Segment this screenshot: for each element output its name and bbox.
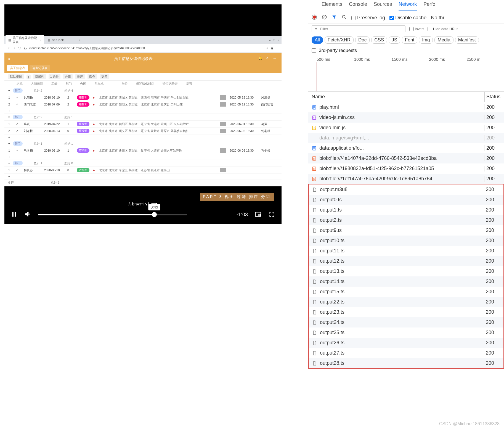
win-max-button[interactable]: □ (272, 38, 276, 42)
toolbar-item[interactable]: 默认视图 (8, 74, 24, 79)
column-header[interactable]: 最近请假时间 (136, 82, 154, 86)
type-filter-manifest[interactable]: Manifest (455, 36, 479, 44)
notify-icon[interactable]: 🔔 (258, 56, 263, 61)
request-row[interactable]: play.html200 (308, 102, 504, 112)
toolbar-item[interactable]: | (26, 75, 31, 79)
request-row[interactable]: output24.ts200 (309, 317, 503, 327)
devtools-tab-elements[interactable]: Elements (322, 1, 342, 10)
table-row[interactable]: 2✓刘老根2020-04-130研发部▸北京市 北京市 顺义区 某街道 辽宁省 … (4, 128, 282, 134)
type-filter-media[interactable]: Media (434, 36, 453, 44)
back-icon[interactable] (7, 46, 10, 50)
invert-toggle[interactable]: Invert (409, 27, 424, 31)
pause-button[interactable] (10, 211, 18, 219)
request-row[interactable]: data:image/svg+xml;...200 (308, 133, 504, 143)
new-tab-button[interactable]: + (84, 38, 90, 42)
request-row[interactable]: output10.ts200 (309, 236, 503, 246)
column-header[interactable]: 名称 (17, 82, 23, 86)
hdr-name[interactable]: Name (308, 92, 485, 102)
add-row-button[interactable]: + (4, 108, 282, 114)
toolbar-item[interactable]: 颜色 (87, 74, 97, 79)
hide-urls-toggle[interactable]: Hide data URLs (428, 27, 458, 31)
filter-icon[interactable] (331, 14, 337, 21)
record-button[interactable] (312, 14, 317, 21)
volume-button[interactable] (24, 211, 31, 219)
group-header[interactable]: ▾部门总计 2起始 4 (4, 87, 282, 94)
type-filter-img[interactable]: Img (419, 36, 433, 44)
preserve-log-toggle[interactable]: Preserve log (351, 15, 385, 21)
request-row[interactable]: output27.ts200 (309, 348, 503, 358)
menu-hamburger-icon[interactable]: ≡ (8, 57, 10, 61)
star-icon[interactable]: ☆ (266, 46, 269, 50)
filter-input[interactable]: Filter (312, 25, 405, 32)
type-filter-all[interactable]: All (312, 36, 323, 44)
disable-cache-toggle[interactable]: Disable cache (389, 15, 426, 21)
column-header[interactable]: 学位 (122, 82, 128, 86)
devtools-tab-network[interactable]: Network (399, 1, 417, 10)
progress-handle[interactable] (152, 212, 157, 217)
request-row[interactable]: output11.ts200 (309, 246, 503, 256)
column-header[interactable]: 入职日期 (31, 82, 43, 86)
column-header[interactable]: 是否 (186, 82, 192, 86)
toolbar-item[interactable]: 更多 (100, 74, 109, 79)
forward-icon[interactable] (13, 46, 16, 50)
request-row[interactable]: output.m3u8200 (309, 184, 503, 195)
column-header[interactable]: 请假记录表 (163, 82, 178, 86)
menu-icon[interactable]: ⋮ (276, 46, 279, 50)
clear-button[interactable] (322, 14, 327, 21)
table-row[interactable]: 1✓马冬梅2019-05-101市场部▸北京市 北京市 通州区 某街道 辽宁省 … (4, 147, 282, 154)
devtools-tab-perfo[interactable]: Perfo (423, 1, 435, 10)
request-row[interactable]: output15.ts200 (309, 287, 503, 297)
win-close-button[interactable]: × (277, 38, 280, 42)
request-row[interactable]: output12.ts200 (309, 256, 503, 266)
toolbar-item[interactable]: 分组 (63, 74, 73, 79)
request-row[interactable]: output1.ts200 (309, 205, 503, 215)
request-row[interactable]: {}blob:file:///1980822a-fd51-4f25-962c-b… (308, 163, 504, 174)
address-bar-url[interactable]: cloud.seatable.cn/workspace/1541/dtable/… (29, 46, 264, 50)
column-header[interactable]: – (112, 82, 113, 86)
sheet-tab[interactable]: 请假记录表 (30, 65, 50, 71)
hdr-status[interactable]: Status (485, 92, 504, 102)
devtools-tab-sources[interactable]: Sources (374, 1, 392, 10)
group-header[interactable]: ▾部门总计 1起始 1 (4, 140, 282, 147)
column-header[interactable]: 部门 (66, 82, 72, 86)
column-header[interactable]: 合同 (80, 82, 86, 86)
search-icon[interactable] (341, 14, 347, 21)
request-row[interactable]: output0.ts200 (309, 195, 503, 205)
table-row[interactable]: 1✓风清扬2018-05-102销售部▸北京市 北京市 西城区 某街道 陕西省 … (4, 94, 282, 101)
request-row[interactable]: {}blob:file:///1ef147af-76ba-420f-9c0c-1… (308, 174, 504, 184)
fullscreen-button[interactable] (268, 211, 275, 219)
type-filter-font[interactable]: Font (402, 36, 417, 44)
more-icon[interactable]: ⋯ (273, 56, 278, 61)
timeline[interactable]: 500 ms1000 ms1500 ms2000 ms2500 m (308, 56, 504, 92)
add-row-button[interactable]: + (4, 154, 282, 160)
type-filter-js[interactable]: JS (389, 36, 400, 44)
table-row[interactable]: 1✓葛岚2019-04-221研发部▸北京市 北京市 朝阳区 某街道 辽宁省 大… (4, 121, 282, 128)
add-row-button[interactable]: + (4, 134, 282, 140)
devtools-tab-console[interactable]: Console (349, 1, 367, 10)
type-filter-doc[interactable]: Doc (355, 36, 370, 44)
request-row[interactable]: video-js.min.css200 (308, 112, 504, 123)
group-header[interactable]: ▾部门总计 1起始 0 (4, 160, 282, 167)
add-row-button[interactable]: + (4, 174, 282, 179)
reload-icon[interactable] (18, 46, 22, 50)
thirdparty-toggle[interactable] (312, 48, 316, 53)
request-row[interactable]: output22.ts200 (309, 297, 503, 307)
toolbar-item[interactable]: 隐藏列 (33, 74, 46, 79)
type-filter-fetch-xhr[interactable]: Fetch/XHR (325, 36, 354, 44)
sheet-tab[interactable]: 员工信息表 (7, 65, 28, 71)
throttle-select[interactable]: No thr (431, 15, 444, 21)
request-row[interactable]: output26.ts200 (309, 338, 503, 348)
request-row[interactable]: data:application/fo...200 (308, 143, 504, 153)
group-header[interactable]: ▾部门总计 2起始 1 (4, 114, 282, 121)
table-row[interactable]: 2✓西门吹雪2018-07-092销售部▸北京市 北京市 朝阳区 某街道 北京市… (4, 101, 282, 108)
profile-icon[interactable]: ◉ (271, 46, 274, 50)
request-row[interactable]: output2.ts200 (309, 215, 503, 225)
toolbar-item[interactable]: 排序 (75, 74, 85, 79)
request-row[interactable]: output13.ts200 (309, 266, 503, 276)
column-header[interactable]: 所在地 (94, 82, 104, 86)
toolbar-item[interactable]: 1 条件 (49, 74, 60, 79)
request-row[interactable]: output23.ts200 (309, 307, 503, 317)
request-row[interactable]: {}blob:file:///4a14074a-22dd-4766-8542-5… (308, 153, 504, 163)
request-row[interactable]: output28.ts200 (309, 358, 503, 368)
video-progress[interactable]: 3:49 (38, 214, 187, 215)
